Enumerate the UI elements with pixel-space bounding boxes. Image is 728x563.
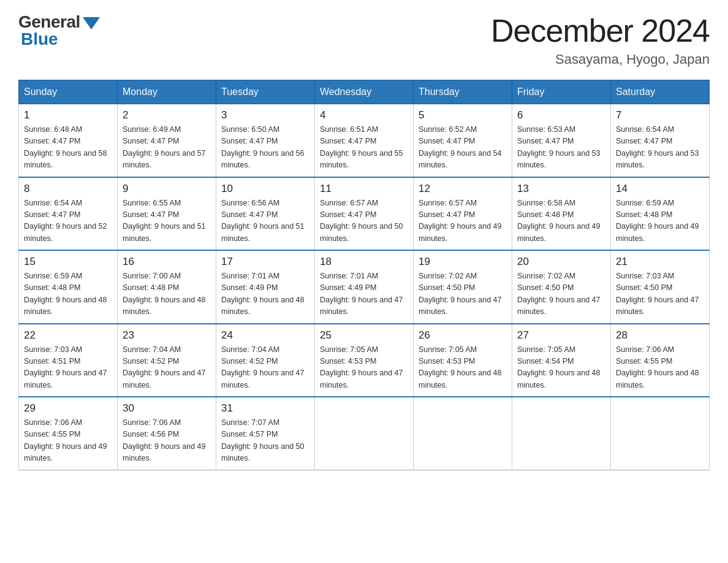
calendar-week-row: 1Sunrise: 6:48 AMSunset: 4:47 PMDaylight… [19,104,710,177]
day-info: Sunrise: 7:05 AMSunset: 4:53 PMDaylight:… [419,344,507,392]
calendar-cell [315,397,414,470]
day-number: 6 [517,109,605,121]
calendar-cell: 9Sunrise: 6:55 AMSunset: 4:47 PMDaylight… [118,177,216,251]
calendar-cell: 11Sunrise: 6:57 AMSunset: 4:47 PMDayligh… [315,177,414,251]
weekday-header-monday: Monday [118,80,216,104]
day-number: 4 [320,109,408,121]
day-number: 16 [123,256,211,268]
calendar-cell: 3Sunrise: 6:50 AMSunset: 4:47 PMDaylight… [216,104,315,177]
day-info: Sunrise: 6:59 AMSunset: 4:48 PMDaylight:… [616,197,704,245]
calendar-cell: 5Sunrise: 6:52 AMSunset: 4:47 PMDaylight… [414,104,512,177]
day-number: 14 [616,183,704,195]
calendar-cell: 14Sunrise: 6:59 AMSunset: 4:48 PMDayligh… [611,177,710,251]
day-number: 23 [123,329,211,342]
weekday-header-thursday: Thursday [414,80,512,104]
page-header: General Blue December 2024 Sasayama, Hyo… [18,12,710,67]
day-number: 20 [517,256,605,268]
calendar-cell: 2Sunrise: 6:49 AMSunset: 4:47 PMDaylight… [118,104,216,177]
calendar-cell: 16Sunrise: 7:00 AMSunset: 4:48 PMDayligh… [118,250,216,324]
day-info: Sunrise: 7:05 AMSunset: 4:54 PMDaylight:… [517,344,605,392]
calendar-cell: 7Sunrise: 6:54 AMSunset: 4:47 PMDaylight… [611,104,710,177]
calendar-cell: 15Sunrise: 6:59 AMSunset: 4:48 PMDayligh… [19,250,118,324]
day-number: 11 [320,183,408,195]
day-number: 10 [221,183,309,195]
day-number: 3 [221,109,309,121]
calendar-cell: 12Sunrise: 6:57 AMSunset: 4:47 PMDayligh… [414,177,512,251]
day-info: Sunrise: 7:02 AMSunset: 4:50 PMDaylight:… [517,270,605,318]
day-info: Sunrise: 6:55 AMSunset: 4:47 PMDaylight:… [123,197,211,245]
calendar-cell: 4Sunrise: 6:51 AMSunset: 4:47 PMDaylight… [315,104,414,177]
calendar-cell: 1Sunrise: 6:48 AMSunset: 4:47 PMDaylight… [19,104,118,177]
calendar-cell [611,397,710,470]
day-info: Sunrise: 6:58 AMSunset: 4:48 PMDaylight:… [517,197,605,245]
day-number: 27 [517,329,605,342]
calendar-cell: 29Sunrise: 7:06 AMSunset: 4:55 PMDayligh… [19,397,118,470]
day-number: 13 [517,183,605,195]
calendar-cell: 10Sunrise: 6:56 AMSunset: 4:47 PMDayligh… [216,177,315,251]
calendar-cell: 23Sunrise: 7:04 AMSunset: 4:52 PMDayligh… [118,324,216,397]
calendar-cell [512,397,611,470]
title-area: December 2024 Sasayama, Hyogo, Japan [491,12,710,67]
calendar-cell [414,397,512,470]
day-number: 19 [419,256,507,268]
calendar-cell: 6Sunrise: 6:53 AMSunset: 4:47 PMDaylight… [512,104,611,177]
day-number: 7 [616,109,704,121]
calendar-week-row: 22Sunrise: 7:03 AMSunset: 4:51 PMDayligh… [19,324,710,397]
day-number: 2 [123,109,211,121]
calendar-cell: 31Sunrise: 7:07 AMSunset: 4:57 PMDayligh… [216,397,315,470]
day-number: 25 [320,329,408,342]
day-number: 28 [616,329,704,342]
logo: General Blue [18,12,100,49]
day-info: Sunrise: 7:04 AMSunset: 4:52 PMDaylight:… [123,344,211,392]
day-number: 1 [24,109,112,121]
calendar-week-row: 15Sunrise: 6:59 AMSunset: 4:48 PMDayligh… [19,250,710,324]
day-info: Sunrise: 6:54 AMSunset: 4:47 PMDaylight:… [24,197,112,245]
calendar-cell: 19Sunrise: 7:02 AMSunset: 4:50 PMDayligh… [414,250,512,324]
calendar-cell: 27Sunrise: 7:05 AMSunset: 4:54 PMDayligh… [512,324,611,397]
day-number: 8 [24,183,112,195]
calendar-cell: 26Sunrise: 7:05 AMSunset: 4:53 PMDayligh… [414,324,512,397]
calendar-cell: 30Sunrise: 7:06 AMSunset: 4:56 PMDayligh… [118,397,216,470]
day-number: 24 [221,329,309,342]
day-info: Sunrise: 6:50 AMSunset: 4:47 PMDaylight:… [221,124,309,172]
day-info: Sunrise: 7:05 AMSunset: 4:53 PMDaylight:… [320,344,408,392]
day-info: Sunrise: 6:57 AMSunset: 4:47 PMDaylight:… [419,197,507,245]
day-number: 31 [221,402,309,415]
day-info: Sunrise: 7:06 AMSunset: 4:55 PMDaylight:… [616,344,704,392]
calendar-cell: 21Sunrise: 7:03 AMSunset: 4:50 PMDayligh… [611,250,710,324]
calendar-cell: 8Sunrise: 6:54 AMSunset: 4:47 PMDaylight… [19,177,118,251]
day-info: Sunrise: 6:57 AMSunset: 4:47 PMDaylight:… [320,197,408,245]
logo-blue-text: Blue [18,29,58,49]
day-info: Sunrise: 7:03 AMSunset: 4:50 PMDaylight:… [616,270,704,318]
day-info: Sunrise: 7:06 AMSunset: 4:56 PMDaylight:… [123,417,211,465]
day-info: Sunrise: 7:02 AMSunset: 4:50 PMDaylight:… [419,270,507,318]
calendar-cell: 24Sunrise: 7:04 AMSunset: 4:52 PMDayligh… [216,324,315,397]
day-number: 18 [320,256,408,268]
location-subtitle: Sasayama, Hyogo, Japan [491,52,710,67]
day-number: 21 [616,256,704,268]
day-info: Sunrise: 6:52 AMSunset: 4:47 PMDaylight:… [419,124,507,172]
calendar-cell: 22Sunrise: 7:03 AMSunset: 4:51 PMDayligh… [19,324,118,397]
day-number: 22 [24,329,112,342]
weekday-header-row: SundayMondayTuesdayWednesdayThursdayFrid… [19,80,710,104]
day-number: 9 [123,183,211,195]
day-number: 29 [24,402,112,415]
day-info: Sunrise: 6:49 AMSunset: 4:47 PMDaylight:… [123,124,211,172]
day-info: Sunrise: 6:48 AMSunset: 4:47 PMDaylight:… [24,124,112,172]
day-info: Sunrise: 7:01 AMSunset: 4:49 PMDaylight:… [221,270,309,318]
day-info: Sunrise: 7:01 AMSunset: 4:49 PMDaylight:… [320,270,408,318]
weekday-header-saturday: Saturday [611,80,710,104]
weekday-header-sunday: Sunday [19,80,118,104]
day-number: 26 [419,329,507,342]
calendar-cell: 17Sunrise: 7:01 AMSunset: 4:49 PMDayligh… [216,250,315,324]
calendar-cell: 20Sunrise: 7:02 AMSunset: 4:50 PMDayligh… [512,250,611,324]
calendar-cell: 13Sunrise: 6:58 AMSunset: 4:48 PMDayligh… [512,177,611,251]
day-info: Sunrise: 7:00 AMSunset: 4:48 PMDaylight:… [123,270,211,318]
calendar-week-row: 29Sunrise: 7:06 AMSunset: 4:55 PMDayligh… [19,397,710,470]
calendar-table: SundayMondayTuesdayWednesdayThursdayFrid… [18,80,710,470]
logo-arrow-icon [83,17,100,29]
day-info: Sunrise: 6:56 AMSunset: 4:47 PMDaylight:… [221,197,309,245]
calendar-cell: 25Sunrise: 7:05 AMSunset: 4:53 PMDayligh… [315,324,414,397]
day-number: 17 [221,256,309,268]
weekday-header-wednesday: Wednesday [315,80,414,104]
